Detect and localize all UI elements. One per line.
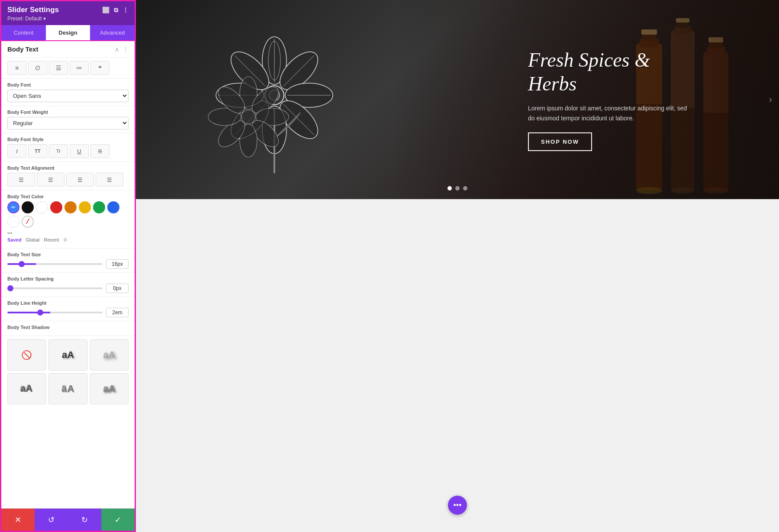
- color-tab-global[interactable]: Global: [26, 237, 39, 243]
- strikethrough-btn[interactable]: S: [90, 144, 109, 158]
- tab-advanced[interactable]: Advanced: [90, 25, 135, 40]
- body-text-shadow-label: Body Text Shadow: [7, 325, 129, 330]
- align-buttons: ☰ ☰ ☰ ☰: [7, 173, 129, 187]
- color-swatch-white[interactable]: [36, 201, 48, 213]
- svg-point-20: [241, 110, 255, 124]
- format-list-btn[interactable]: ☰: [49, 61, 68, 75]
- shadow-2-btn[interactable]: aA: [90, 339, 129, 371]
- active-color-swatch[interactable]: ✏: [7, 201, 19, 213]
- section-title: Body Text: [7, 45, 38, 53]
- slider-heading: Fresh Spices & Herbs: [528, 48, 692, 96]
- color-tab-saved[interactable]: Saved: [7, 237, 21, 243]
- small-caps-btn[interactable]: TT: [28, 144, 47, 158]
- body-font-select[interactable]: Open Sans Roboto Lato: [7, 90, 129, 102]
- body-letter-spacing-field: Body Letter Spacing 0px: [1, 273, 135, 297]
- panel-preset[interactable]: Preset: Default ▾: [7, 16, 129, 22]
- body-font-weight-select[interactable]: Regular Bold Light: [7, 117, 129, 129]
- color-tabs: Saved Global Recent ⚙: [7, 236, 129, 245]
- panel-title-row: Slider Settings ⬜ ⧉ ⋮: [7, 6, 129, 14]
- format-none-btn[interactable]: ∅: [28, 61, 47, 75]
- body-font-weight-label: Body Font Weight: [7, 110, 129, 115]
- format-icons-row: ≡ ∅ ☰ ≔ ❝: [1, 58, 135, 79]
- shadow-5-btn[interactable]: aA: [90, 373, 129, 404]
- body-text-color-label: Body Text Color: [7, 194, 129, 199]
- color-swatch-red[interactable]: [50, 201, 62, 213]
- collapse-icon[interactable]: ∧: [115, 46, 119, 53]
- body-text-alignment-label: Body Text Alignment: [7, 165, 129, 171]
- slider-area: Fresh Spices & Herbs Lorem ipsum dolor s…: [136, 0, 779, 199]
- body-line-height-label: Body Line Height: [7, 300, 129, 306]
- more-icon[interactable]: ⋮: [122, 6, 129, 13]
- body-letter-spacing-slider-row: 0px: [7, 284, 129, 293]
- format-ordered-btn[interactable]: ≔: [70, 61, 89, 75]
- format-align-btn[interactable]: ≡: [7, 61, 26, 75]
- color-settings-icon[interactable]: ⚙: [63, 237, 68, 243]
- tab-content[interactable]: Content: [1, 25, 46, 40]
- color-swatch-green[interactable]: [93, 201, 105, 213]
- title-case-btn[interactable]: Tr: [49, 144, 68, 158]
- italic-btn[interactable]: I: [7, 144, 26, 158]
- color-swatch-yellow[interactable]: [79, 201, 91, 213]
- slider-dot-1[interactable]: [447, 186, 452, 190]
- star-anise-illustration: [192, 9, 357, 182]
- section-header: Body Text ∧ ⋮: [1, 41, 135, 58]
- panel-footer: ✕ ↺ ↻ ✓: [1, 508, 135, 531]
- color-tab-recent[interactable]: Recent: [44, 237, 59, 243]
- align-left-btn[interactable]: ☰: [7, 173, 35, 187]
- layout-icon[interactable]: ⧉: [114, 6, 118, 14]
- body-letter-spacing-value[interactable]: 0px: [106, 284, 129, 293]
- format-quote-btn[interactable]: ❝: [90, 61, 109, 75]
- body-text-alignment-field: Body Text Alignment ☰ ☰ ☰ ☰: [1, 162, 135, 190]
- slider-dot-2[interactable]: [455, 186, 460, 190]
- shadow-3-btn[interactable]: aA: [7, 373, 46, 404]
- body-text-size-range[interactable]: [7, 263, 103, 265]
- slider-dot-3[interactable]: [463, 186, 467, 190]
- align-center-btn[interactable]: ☰: [37, 173, 64, 187]
- panel-body: Body Text ∧ ⋮ ≡ ∅ ☰ ≔ ❝ Body Font Open S…: [1, 40, 135, 508]
- color-swatch-white2[interactable]: [7, 216, 19, 228]
- panel-tabs: Content Design Advanced: [1, 25, 135, 40]
- body-line-height-range[interactable]: [7, 312, 103, 313]
- body-text-shadow-label-row: Body Text Shadow: [1, 321, 135, 336]
- save-button[interactable]: ✓: [101, 509, 135, 531]
- align-justify-btn[interactable]: ☰: [96, 173, 123, 187]
- color-swatch-orange[interactable]: [64, 201, 77, 213]
- shadow-none-btn[interactable]: 🚫: [7, 339, 46, 371]
- shadow-4-btn[interactable]: äA: [48, 373, 87, 404]
- undo-button[interactable]: ↺: [35, 509, 68, 531]
- slider-next-arrow[interactable]: ›: [769, 94, 772, 105]
- cancel-button[interactable]: ✕: [1, 509, 35, 531]
- body-text-size-value[interactable]: 16px: [106, 259, 129, 269]
- underline-btn[interactable]: U: [70, 144, 89, 158]
- section-more-icon[interactable]: ⋮: [122, 46, 129, 53]
- body-font-style-label: Body Font Style: [7, 137, 129, 142]
- body-text-size-slider-row: 16px: [7, 259, 129, 269]
- shop-now-button[interactable]: SHOP NOW: [528, 132, 592, 151]
- floating-dots-button[interactable]: •••: [448, 496, 467, 515]
- floating-dots-icon: •••: [454, 501, 462, 510]
- redo-button[interactable]: ↻: [68, 509, 101, 531]
- body-line-height-field: Body Line Height 2em: [1, 297, 135, 321]
- body-font-field: Body Font Open Sans Roboto Lato: [1, 79, 135, 106]
- panel-title-icons: ⬜ ⧉ ⋮: [102, 6, 129, 14]
- slider-dots: [447, 186, 467, 190]
- style-buttons: I TT Tr U S: [7, 144, 129, 158]
- shadow-1-btn[interactable]: aA: [48, 339, 87, 371]
- body-line-height-slider-row: 2em: [7, 308, 129, 317]
- settings-panel: Slider Settings ⬜ ⧉ ⋮ Preset: Default ▾ …: [0, 0, 136, 532]
- right-content: Fresh Spices & Herbs Lorem ipsum dolor s…: [136, 0, 779, 532]
- panel-header: Slider Settings ⬜ ⧉ ⋮ Preset: Default ▾: [1, 1, 135, 25]
- screen-icon[interactable]: ⬜: [102, 6, 109, 13]
- color-swatch-black[interactable]: [22, 201, 34, 213]
- body-letter-spacing-range[interactable]: [7, 287, 103, 289]
- tab-design[interactable]: Design: [46, 25, 90, 40]
- body-text-size-label: Body Text Size: [7, 252, 129, 257]
- color-swatches-row: ✏ ⁄: [7, 201, 129, 228]
- preset-text: Preset: Default: [7, 16, 42, 22]
- color-swatch-blue[interactable]: [107, 201, 119, 213]
- body-line-height-value[interactable]: 2em: [106, 308, 129, 317]
- body-font-style-field: Body Font Style I TT Tr U S: [1, 133, 135, 162]
- slider-text-content: Fresh Spices & Herbs Lorem ipsum dolor s…: [528, 48, 692, 151]
- align-right-btn[interactable]: ☰: [66, 173, 94, 187]
- color-swatch-none[interactable]: ⁄: [22, 216, 34, 228]
